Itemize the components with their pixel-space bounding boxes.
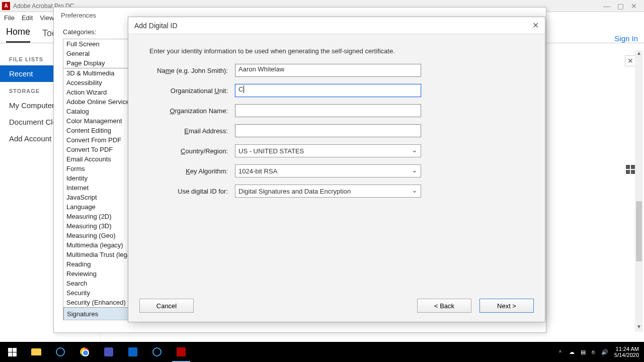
back-button[interactable]: < Back <box>417 299 471 313</box>
maximize-icon[interactable]: ▢ <box>617 2 624 10</box>
label-country: Country/Region: <box>149 147 235 155</box>
category-item[interactable]: Email Accounts <box>63 154 136 164</box>
category-item[interactable]: Security <box>63 288 136 298</box>
tray-wifi-icon[interactable]: ⎋ <box>592 349 595 355</box>
category-item[interactable]: Accessibility <box>63 78 136 87</box>
category-item[interactable]: Adobe Online Services <box>63 97 136 107</box>
dialog-close-icon[interactable]: ✕ <box>532 21 539 30</box>
tray-chevron-icon[interactable]: ＾ <box>557 348 563 356</box>
org-name-field[interactable] <box>235 104 421 117</box>
clock-time: 11:24 AM <box>614 346 639 352</box>
dialog-title: Add Digital ID <box>134 22 178 30</box>
label-org-unit: Organizational Unit: <box>149 87 235 95</box>
grid-view-icon[interactable] <box>626 165 635 174</box>
country-select[interactable]: US - UNITED STATES <box>235 144 421 157</box>
category-item[interactable]: Multimedia (legacy) <box>63 240 136 250</box>
taskbar: ＾ ☁ ▤ ⎋ 🔊 11:24 AM 5/14/2020 <box>0 342 644 362</box>
category-item[interactable]: Forms <box>63 164 136 173</box>
start-button[interactable] <box>0 342 24 362</box>
name-field[interactable]: Aaron Whitelaw <box>235 64 421 77</box>
minimize-icon[interactable]: — <box>603 2 610 10</box>
category-item[interactable]: JavaScript <box>63 193 136 202</box>
cancel-button[interactable]: Cancel <box>139 299 194 313</box>
add-digital-id-dialog: Add Digital ID ✕ Enter your identity inf… <box>128 17 545 322</box>
tray-network-icon[interactable]: ▤ <box>581 349 586 355</box>
instruction-text: Enter your identity information to be us… <box>149 47 524 55</box>
org-unit-field[interactable]: C <box>235 84 421 97</box>
scroll-up-icon[interactable]: ▲ <box>635 50 643 58</box>
category-item[interactable]: Full Screen <box>63 39 136 49</box>
tray-volume-icon[interactable]: 🔊 <box>601 349 608 355</box>
category-item[interactable]: Language <box>63 202 136 212</box>
label-key-algorithm: Key Algorithm: <box>149 167 235 175</box>
category-item[interactable]: Search <box>63 279 136 288</box>
dialog-titlebar: Add Digital ID ✕ <box>128 17 545 34</box>
tray-onedrive-icon[interactable]: ☁ <box>569 349 575 355</box>
scroll-thumb[interactable] <box>636 201 642 261</box>
right-panel-close-icon[interactable]: ✕ <box>625 55 636 66</box>
close-icon[interactable]: ✕ <box>631 2 637 10</box>
taskbar-circle-icon[interactable] <box>145 342 169 362</box>
taskbar-ie-icon[interactable] <box>48 342 72 362</box>
label-email: Email Address: <box>149 127 235 135</box>
tab-home[interactable]: Home <box>6 27 30 43</box>
categories-list[interactable]: Full ScreenGeneralPage Display 3D & Mult… <box>63 39 136 320</box>
category-item[interactable]: Internet <box>63 183 136 193</box>
label-name: Name (e.g. John Smith): <box>149 67 235 74</box>
category-item[interactable]: Reviewing <box>63 269 136 279</box>
taskbar-outlook-icon[interactable] <box>121 342 145 362</box>
category-item[interactable]: Identity <box>63 173 136 183</box>
scroll-down-icon[interactable]: ▼ <box>635 324 643 332</box>
label-org-name: Organization Name: <box>149 107 235 115</box>
signin-link[interactable]: Sign In <box>614 34 638 43</box>
category-item[interactable]: Catalog <box>63 107 136 116</box>
category-item[interactable]: Color Management <box>63 116 136 126</box>
category-item[interactable]: 3D & Multimedia <box>63 68 136 78</box>
taskbar-clock[interactable]: 11:24 AM 5/14/2020 <box>614 346 639 358</box>
label-use-for: Use digital ID for: <box>149 188 235 195</box>
key-algorithm-select[interactable]: 1024-bit RSA <box>235 164 421 177</box>
taskbar-acrobat-icon[interactable] <box>169 342 193 362</box>
system-tray: ＾ ☁ ▤ ⎋ 🔊 11:24 AM 5/14/2020 <box>557 346 644 358</box>
menu-view[interactable]: View <box>40 14 54 22</box>
category-item[interactable]: Content Editing <box>63 126 136 135</box>
category-item[interactable]: General <box>63 49 136 58</box>
menu-file[interactable]: File <box>4 14 15 22</box>
category-item[interactable]: Security (Enhanced) <box>63 298 136 307</box>
menu-edit[interactable]: Edit <box>22 14 33 22</box>
taskbar-file-explorer-icon[interactable] <box>24 342 48 362</box>
email-field[interactable] <box>235 124 421 137</box>
category-item[interactable]: Measuring (Geo) <box>63 231 136 240</box>
use-for-select[interactable]: Digital Signatures and Data Encryption <box>235 185 421 198</box>
category-item[interactable]: Measuring (2D) <box>63 212 136 221</box>
category-item[interactable]: Convert From PDF <box>63 135 136 145</box>
taskbar-teams-icon[interactable] <box>97 342 121 362</box>
acrobat-icon: A <box>2 2 10 10</box>
category-item[interactable]: Convert To PDF <box>63 145 136 154</box>
vertical-scrollbar[interactable]: ▲ ▼ <box>635 50 643 332</box>
taskbar-chrome-icon[interactable] <box>72 342 97 362</box>
clock-date: 5/14/2020 <box>614 352 639 358</box>
category-item[interactable]: Action Wizard <box>63 87 136 97</box>
category-item[interactable]: Multimedia Trust (legacy) <box>63 250 136 259</box>
category-item[interactable]: Signatures <box>63 307 136 320</box>
category-item[interactable]: Measuring (3D) <box>63 221 136 231</box>
category-item[interactable]: Reading <box>63 259 136 269</box>
next-button[interactable]: Next > <box>479 299 534 313</box>
category-item[interactable]: Page Display <box>63 58 136 68</box>
